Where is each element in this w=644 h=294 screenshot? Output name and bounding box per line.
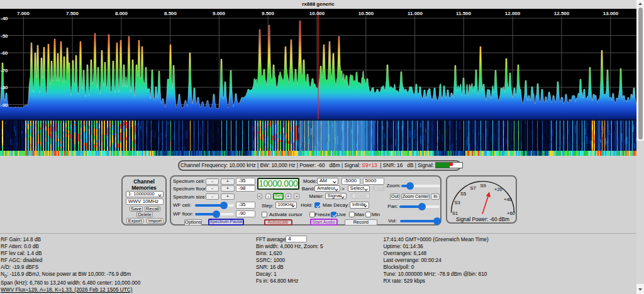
svg-text:7.500: 7.500 xyxy=(66,11,79,16)
svg-text:-60: -60 xyxy=(1,50,8,56)
svg-text:S5: S5 xyxy=(460,191,466,197)
svg-text:-70: -70 xyxy=(1,68,8,74)
svg-text:8.500: 8.500 xyxy=(164,11,177,16)
svg-text:-80: -80 xyxy=(1,85,8,90)
svg-text:10.000: 10.000 xyxy=(309,11,325,16)
svg-text:13.000: 13.000 xyxy=(603,11,619,16)
svg-text:12.000: 12.000 xyxy=(505,11,521,16)
svg-text:+60: +60 xyxy=(507,210,515,216)
svg-text:+40: +40 xyxy=(504,197,512,202)
svg-text:11.500: 11.500 xyxy=(456,11,472,16)
svg-text:S1: S1 xyxy=(452,210,458,216)
svg-text:11.000: 11.000 xyxy=(408,11,423,16)
svg-text:8.000: 8.000 xyxy=(115,11,128,16)
svg-text:Signal Power: -60 dBm: Signal Power: -60 dBm xyxy=(456,216,509,222)
svg-text:+20: +20 xyxy=(494,187,502,192)
svg-text:10.500: 10.500 xyxy=(358,11,374,16)
svg-text:S9: S9 xyxy=(480,183,486,188)
svg-text:9.000: 9.000 xyxy=(213,11,226,16)
svg-text:-90: -90 xyxy=(1,102,8,108)
svg-text:-50: -50 xyxy=(1,33,8,39)
svg-text:7.000: 7.000 xyxy=(17,11,30,16)
svg-text:S3: S3 xyxy=(454,200,460,205)
svg-text:-40: -40 xyxy=(1,16,8,21)
svg-text:S7: S7 xyxy=(470,185,475,191)
svg-text:9.500: 9.500 xyxy=(262,11,275,16)
svg-text:12.500: 12.500 xyxy=(554,11,570,16)
